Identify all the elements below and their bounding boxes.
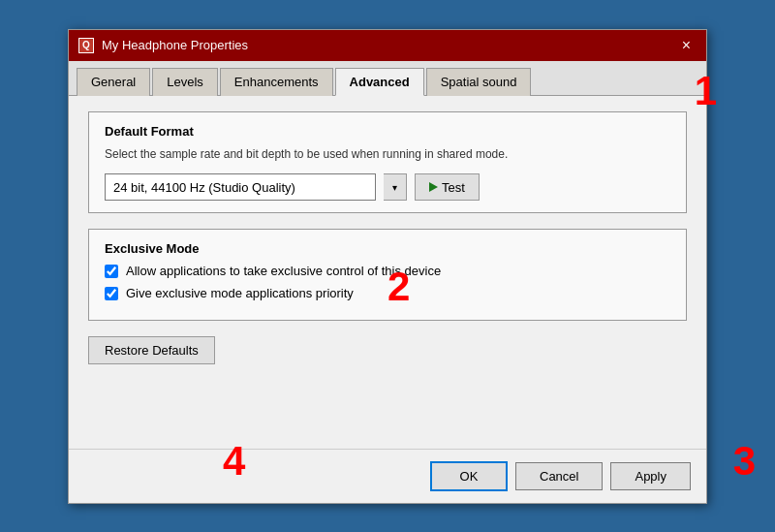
test-button[interactable]: Test (415, 173, 480, 201)
ok-button[interactable]: OK (430, 461, 508, 491)
tab-general[interactable]: General (77, 68, 150, 96)
window-icon: Q (78, 38, 94, 53)
title-bar: Q My Headphone Properties × (69, 30, 706, 61)
default-format-description: Select the sample rate and bit depth to … (105, 146, 670, 163)
apply-button[interactable]: Apply (610, 462, 691, 490)
tab-levels[interactable]: Levels (152, 68, 218, 96)
annotation-3: 3 (733, 438, 756, 485)
cancel-button[interactable]: Cancel (515, 462, 603, 490)
test-button-label: Test (442, 180, 465, 195)
default-format-title: Default Format (105, 124, 670, 139)
exclusive-mode-title: Exclusive Mode (105, 241, 670, 256)
footer: OK Cancel Apply (69, 449, 706, 503)
format-dropdown-arrow[interactable]: ▾ (384, 173, 407, 201)
exclusive-checkbox-row-2: Give exclusive mode applications priorit… (105, 286, 670, 300)
exclusive-checkbox-row-1: Allow applications to take exclusive con… (105, 264, 670, 278)
format-row: 24 bit, 44100 Hz (Studio Quality) ▾ Test (105, 173, 670, 201)
default-format-section: Default Format Select the sample rate an… (88, 111, 687, 214)
restore-defaults-button[interactable]: Restore Defaults (88, 336, 215, 364)
properties-window: Q My Headphone Properties × General Leve… (68, 29, 707, 504)
exclusive-mode-section: Exclusive Mode Allow applications to tak… (88, 229, 687, 321)
exclusive-checkbox-1-label: Allow applications to take exclusive con… (126, 264, 441, 278)
close-button[interactable]: × (676, 36, 697, 55)
tab-content: Default Format Select the sample rate an… (69, 96, 706, 449)
tab-bar: General Levels Enhancements Advanced Spa… (69, 61, 706, 96)
window-title: My Headphone Properties (102, 38, 248, 52)
exclusive-checkbox-2-label: Give exclusive mode applications priorit… (126, 286, 354, 300)
tab-enhancements[interactable]: Enhancements (220, 68, 333, 96)
play-icon (429, 182, 438, 192)
tab-spatial-sound[interactable]: Spatial sound (426, 68, 532, 96)
tab-advanced[interactable]: Advanced (335, 68, 424, 96)
title-bar-left: Q My Headphone Properties (78, 38, 248, 53)
exclusive-checkbox-1[interactable] (105, 265, 118, 278)
format-select-value[interactable]: 24 bit, 44100 Hz (Studio Quality) (105, 173, 376, 201)
exclusive-checkbox-2[interactable] (105, 287, 118, 300)
